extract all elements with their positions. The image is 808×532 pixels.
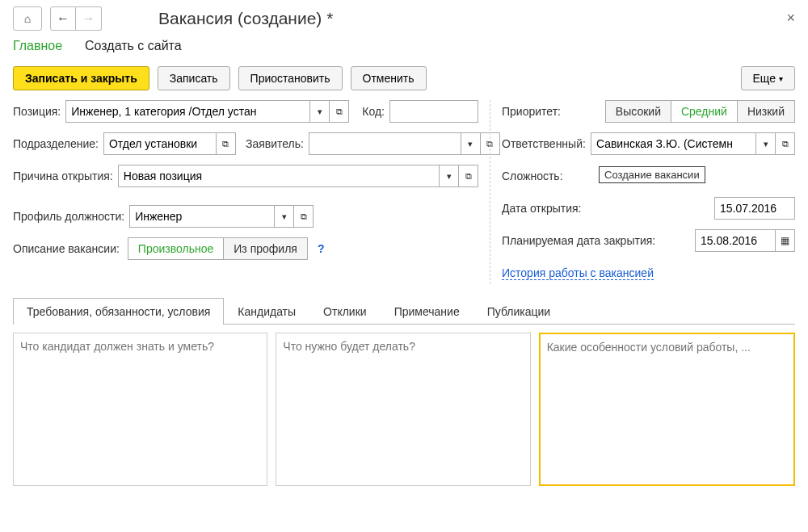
arrow-right-icon: → <box>82 11 95 26</box>
requirements-memo[interactable] <box>13 333 267 486</box>
page-title: Вакансия (создание) * <box>158 9 333 28</box>
more-label: Еще <box>753 72 776 85</box>
applicant-dropdown-button[interactable]: ▾ <box>461 132 481 155</box>
reason-input[interactable] <box>118 165 440 187</box>
chevron-down-icon: ▾ <box>468 139 473 149</box>
position-open-button[interactable] <box>330 100 349 123</box>
save-close-button[interactable]: Записать и закрыть <box>13 66 149 90</box>
department-label: Подразделение: <box>13 137 99 150</box>
priority-label: Приоритет: <box>502 105 561 118</box>
description-label: Описание вакансии: <box>13 242 120 255</box>
close-date-label: Планируемая дата закрытия: <box>502 234 655 247</box>
responsible-label: Ответственный: <box>502 137 586 150</box>
reason-label: Причина открытия: <box>13 170 113 182</box>
tooltip: Создание вакансии <box>599 166 705 183</box>
reason-open-button[interactable] <box>459 165 478 187</box>
tab-requirements[interactable]: Требования, обязанности, условия <box>13 298 224 325</box>
chevron-down-icon: ▾ <box>318 107 322 117</box>
complexity-label: Сложность: <box>502 170 563 182</box>
open-icon <box>782 139 789 149</box>
responsible-open-button[interactable] <box>776 132 795 155</box>
conditions-memo[interactable] <box>539 333 795 486</box>
tab-responses[interactable]: Отклики <box>309 298 381 325</box>
tab-publications[interactable]: Публикации <box>473 298 564 325</box>
forward-button: → <box>76 6 102 31</box>
profile-input[interactable] <box>129 205 275 228</box>
close-icon: × <box>786 10 795 26</box>
home-button[interactable]: ⌂ <box>13 6 42 31</box>
open-icon <box>336 107 343 117</box>
close-button[interactable]: × <box>786 10 795 27</box>
desc-free-toggle[interactable]: Произвольное <box>128 237 224 260</box>
duties-memo[interactable] <box>276 333 530 486</box>
open-icon <box>465 171 472 182</box>
history-link[interactable]: История работы с вакансией <box>502 266 654 280</box>
close-date-calendar-button[interactable] <box>776 229 795 252</box>
profile-dropdown-button[interactable]: ▾ <box>275 205 294 228</box>
section-tab-main[interactable]: Главное <box>13 39 62 53</box>
home-icon: ⌂ <box>24 12 31 25</box>
code-input[interactable] <box>389 100 478 123</box>
cancel-button[interactable]: Отменить <box>351 66 427 90</box>
priority-low-toggle[interactable]: Низкий <box>738 100 795 123</box>
open-icon <box>222 139 229 149</box>
profile-label: Профиль должности: <box>13 210 124 223</box>
chevron-down-icon: ▾ <box>764 139 768 149</box>
position-dropdown-button[interactable]: ▾ <box>310 100 330 123</box>
open-icon <box>301 212 307 222</box>
priority-high-toggle[interactable]: Высокий <box>605 100 671 123</box>
applicant-input[interactable] <box>309 132 461 155</box>
open-date-input[interactable] <box>714 197 795 220</box>
back-button[interactable]: ← <box>50 6 76 31</box>
arrow-left-icon: ← <box>57 11 69 26</box>
close-date-input[interactable] <box>695 229 776 252</box>
department-input[interactable] <box>103 132 217 155</box>
chevron-down-icon: ▾ <box>282 212 287 222</box>
responsible-input[interactable] <box>591 132 756 155</box>
position-input[interactable] <box>65 100 310 123</box>
department-open-button[interactable] <box>217 132 236 155</box>
suspend-button[interactable]: Приостановить <box>238 66 343 90</box>
responsible-dropdown-button[interactable]: ▾ <box>756 132 776 155</box>
code-label: Код: <box>362 105 385 118</box>
reason-dropdown-button[interactable]: ▾ <box>440 165 459 187</box>
profile-open-button[interactable] <box>294 205 314 228</box>
position-label: Позиция: <box>13 105 61 118</box>
chevron-down-icon: ▾ <box>779 74 783 83</box>
help-button[interactable]: ? <box>318 242 325 255</box>
tab-candidates[interactable]: Кандидаты <box>224 298 309 325</box>
chevron-down-icon: ▾ <box>447 171 452 182</box>
priority-mid-toggle[interactable]: Средний <box>671 100 738 123</box>
calendar-icon <box>781 235 789 246</box>
applicant-label: Заявитель: <box>246 137 304 150</box>
save-button[interactable]: Записать <box>158 66 230 90</box>
section-tab-from-site[interactable]: Создать с сайта <box>85 39 182 53</box>
tab-note[interactable]: Примечание <box>381 298 473 325</box>
more-button[interactable]: Еще ▾ <box>741 66 796 90</box>
open-date-label: Дата открытия: <box>502 202 581 215</box>
desc-profile-toggle[interactable]: Из профиля <box>224 237 308 260</box>
